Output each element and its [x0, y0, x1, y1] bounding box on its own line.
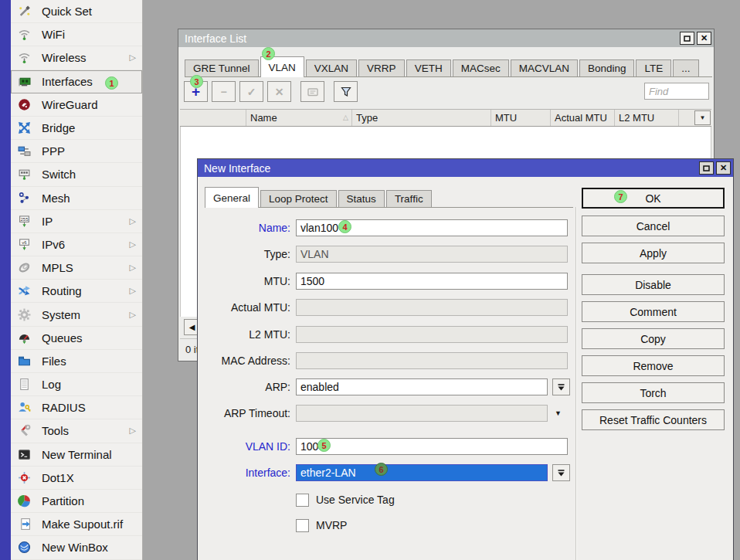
bridge-icon [18, 121, 32, 134]
mpls-icon [18, 261, 32, 274]
column-header-select[interactable] [180, 110, 246, 126]
dialog-tab-general[interactable]: General [205, 187, 259, 208]
checkbox-icon[interactable] [296, 519, 309, 532]
sidebar-item-radius[interactable]: RADIUS [11, 396, 142, 419]
copy-button[interactable]: Copy [582, 328, 725, 349]
checkbox-row-mvrp[interactable]: MVRP [296, 518, 347, 532]
sidebar-item-wireguard[interactable]: WireGuard [11, 93, 142, 117]
column-header-Actual MTU[interactable]: Actual MTU [551, 110, 615, 126]
sidebar-item-files[interactable]: Files [11, 350, 142, 373]
dropdown-button[interactable] [552, 378, 570, 395]
tab-macvlan[interactable]: MACVLAN [511, 59, 578, 76]
dialog-tab-loop-protect[interactable]: Loop Protect [260, 190, 337, 207]
remove-button[interactable]: Remove [582, 355, 725, 376]
dialog-tab-status[interactable]: Status [338, 190, 385, 207]
tab-vrrp[interactable]: VRRP [358, 59, 405, 76]
column-header-Name[interactable]: Name△ [246, 110, 352, 126]
mesh-icon [18, 192, 32, 205]
tab-bonding[interactable]: Bonding [579, 59, 635, 76]
column-label: Type [356, 112, 378, 124]
name-input[interactable] [296, 219, 568, 236]
sidebar-item-wireless[interactable]: Wireless▷ [11, 46, 142, 70]
winbox-icon [18, 541, 32, 554]
ok-button[interactable]: OK [582, 188, 725, 209]
tab-gre-tunnel[interactable]: GRE Tunnel [185, 59, 259, 76]
sidebar-item-ipv6[interactable]: v6IPv6▷ [11, 233, 142, 256]
sidebar-item-system[interactable]: System▷ [11, 303, 142, 326]
sidebar-item-interfaces[interactable]: Interfaces [11, 70, 142, 93]
chevron-down-icon[interactable]: ▼ [555, 409, 562, 417]
interface-list-titlebar[interactable]: Interface List ✕ [178, 29, 714, 47]
sidebar-item-dot1x[interactable]: Dot1X [11, 467, 142, 490]
column-label: Name [250, 112, 277, 124]
column-header-Type[interactable]: Type [352, 110, 491, 126]
column-header-MTU[interactable]: MTU [491, 110, 551, 126]
sidebar-item-label: Make Supout.rif [42, 518, 123, 531]
sidebar-item-make-supout-rif[interactable]: Make Supout.rif [11, 513, 142, 536]
sidebar-item-switch[interactable]: Switch [11, 163, 142, 186]
column-header-L2 MTU[interactable]: L2 MTU [615, 110, 679, 126]
comment-icon [307, 86, 319, 98]
disable-button[interactable]: Disable [582, 274, 725, 295]
checkbox-row-use-service-tag[interactable]: Use Service Tag [296, 493, 395, 507]
submenu-arrow-icon: ▷ [130, 53, 136, 63]
tab--[interactable]: ... [673, 59, 698, 76]
sidebar-item-routing[interactable]: Routing▷ [11, 280, 142, 303]
tab-vxlan[interactable]: VXLAN [306, 59, 357, 76]
sidebar-item-log[interactable]: Log [11, 373, 142, 396]
form-row-mtu: MTU: [204, 273, 568, 290]
checkbox-icon[interactable] [296, 494, 309, 507]
annotation-badge-7: 7 [614, 190, 627, 203]
tab-macsec[interactable]: MACsec [453, 59, 509, 76]
apply-button[interactable]: Apply [582, 243, 725, 263]
wireless-icon [18, 51, 32, 64]
sidebar-item-tools[interactable]: Tools▷ [11, 419, 142, 443]
mtu-input[interactable] [296, 273, 568, 290]
tab-veth[interactable]: VETH [406, 59, 451, 76]
comment-button[interactable]: Comment [582, 301, 725, 322]
remove-button[interactable]: − [212, 81, 236, 102]
maximize-icon[interactable] [680, 32, 694, 45]
sidebar-item-ip[interactable]: 255IP▷ [11, 210, 142, 233]
cancel-button[interactable]: Cancel [582, 216, 725, 236]
interface-input[interactable] [296, 464, 548, 481]
dialog-tab-traffic[interactable]: Traffic [386, 190, 432, 207]
funnel-icon [340, 86, 352, 98]
sidebar-item-label: New Terminal [42, 448, 112, 461]
sidebar-item-label: PPP [42, 144, 65, 158]
dialog-close-icon[interactable]: ✕ [716, 161, 731, 175]
sidebar-item-queues[interactable]: Queues [11, 327, 142, 350]
reset-traffic-counters-button[interactable]: Reset Traffic Counters [582, 409, 725, 430]
field-label: VLAN ID: [204, 440, 290, 453]
column-select-dropdown-icon[interactable]: ▼ [694, 110, 711, 125]
form-row-arp: ARP: [204, 378, 570, 395]
filter-button[interactable] [334, 81, 358, 102]
submenu-arrow-icon: ▷ [130, 263, 136, 273]
comment-button[interactable] [300, 81, 324, 102]
arp-input[interactable] [296, 378, 548, 395]
sidebar-item-label: Switch [42, 168, 76, 181]
annotation-badge-1: 1 [105, 76, 118, 90]
sidebar-item-bridge[interactable]: Bridge [11, 117, 142, 140]
disable-button[interactable]: ✕ [267, 81, 291, 102]
sidebar-item-label: Interfaces [42, 75, 93, 88]
sidebar-item-partition[interactable]: Partition [11, 490, 142, 513]
sidebar-item-quick-set[interactable]: Quick Set [11, 0, 142, 23]
sidebar-item-ppp[interactable]: PPP [11, 140, 142, 163]
dropdown-button[interactable] [552, 464, 570, 481]
radius-icon [18, 401, 32, 414]
find-input[interactable] [644, 83, 709, 100]
sidebar-item-mesh[interactable]: Mesh [11, 187, 142, 210]
vlan-id-input[interactable] [296, 438, 568, 455]
dialog-titlebar[interactable]: New Interface ✕ [198, 159, 733, 177]
enable-button[interactable]: ✓ [239, 81, 263, 102]
sidebar-item-wifi[interactable]: WiFi [11, 23, 142, 46]
sidebar-item-new-winbox[interactable]: New WinBox [11, 536, 142, 559]
sidebar-item-mpls[interactable]: MPLS▷ [11, 256, 142, 280]
tab-lte[interactable]: LTE [636, 59, 671, 76]
torch-button[interactable]: Torch [582, 382, 725, 403]
sidebar-item-new-terminal[interactable]: New Terminal [11, 443, 142, 467]
form-row-actual-mtu: Actual MTU: [204, 299, 568, 316]
close-icon[interactable]: ✕ [697, 32, 711, 45]
dialog-maximize-icon[interactable] [699, 161, 714, 175]
